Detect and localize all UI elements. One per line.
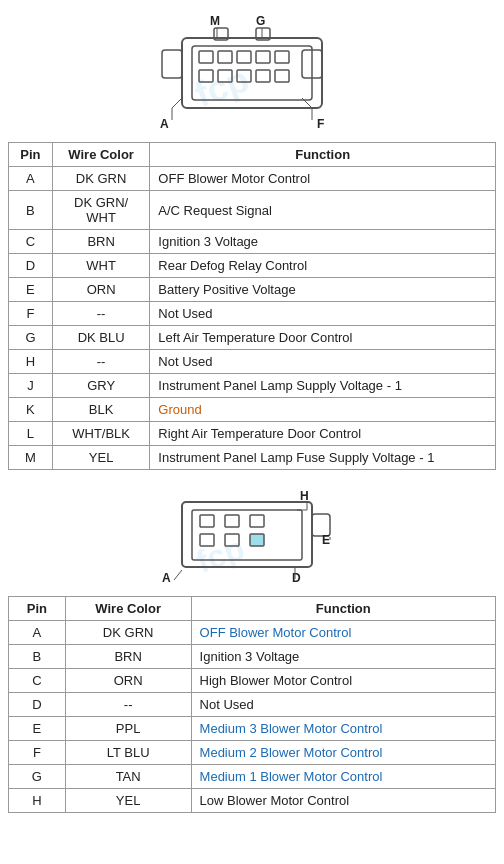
wire-color-cell: --: [52, 350, 149, 374]
table-row: FLT BLUMedium 2 Blower Motor Control: [9, 741, 496, 765]
pin-cell: G: [9, 326, 53, 350]
pin-cell: H: [9, 350, 53, 374]
function-cell: OFF Blower Motor Control: [191, 621, 495, 645]
wire-color-cell: WHT: [52, 254, 149, 278]
pin-cell: L: [9, 422, 53, 446]
pin-cell: M: [9, 446, 53, 470]
svg-line-43: [174, 570, 182, 580]
function-cell: Left Air Temperature Door Control: [150, 326, 496, 350]
svg-text:H: H: [300, 489, 309, 503]
pin-cell: C: [9, 230, 53, 254]
table-row: GDK BLULeft Air Temperature Door Control: [9, 326, 496, 350]
table-row: ADK GRNOFF Blower Motor Control: [9, 621, 496, 645]
function-cell: High Blower Motor Control: [191, 669, 495, 693]
table2: Pin Wire Color Function ADK GRNOFF Blowe…: [8, 596, 496, 813]
function-cell: Right Air Temperature Door Control: [150, 422, 496, 446]
wire-color-cell: BLK: [52, 398, 149, 422]
svg-text:A: A: [162, 571, 171, 585]
connector-diagram-1: .conn-text { font-family: Arial, sans-se…: [0, 0, 504, 142]
svg-text:E: E: [322, 533, 330, 547]
table2-header-pin: Pin: [9, 597, 66, 621]
wire-color-cell: DK BLU: [52, 326, 149, 350]
wire-color-cell: TAN: [65, 765, 191, 789]
table1-section: Pin Wire Color Function ADK GRNOFF Blowe…: [0, 142, 504, 470]
function-cell: Medium 1 Blower Motor Control: [191, 765, 495, 789]
function-cell: Not Used: [191, 693, 495, 717]
table-row: ADK GRNOFF Blower Motor Control: [9, 167, 496, 191]
wire-color-cell: BRN: [52, 230, 149, 254]
svg-text:G: G: [256, 14, 265, 28]
connector-svg-1: .conn-text { font-family: Arial, sans-se…: [142, 8, 362, 138]
wire-color-cell: ORN: [52, 278, 149, 302]
table-row: GTANMedium 1 Blower Motor Control: [9, 765, 496, 789]
pin-cell: H: [9, 789, 66, 813]
table-row: LWHT/BLKRight Air Temperature Door Contr…: [9, 422, 496, 446]
wire-color-cell: YEL: [65, 789, 191, 813]
wire-color-cell: YEL: [52, 446, 149, 470]
function-cell: Ignition 3 Voltage: [191, 645, 495, 669]
svg-rect-30: [200, 515, 214, 527]
svg-rect-3: [199, 51, 213, 63]
function-cell: OFF Blower Motor Control: [150, 167, 496, 191]
wire-color-cell: --: [52, 302, 149, 326]
pin-cell: A: [9, 621, 66, 645]
table1-header-pin: Pin: [9, 143, 53, 167]
connector-diagram-2: .conn-label2 { font-family: Arial, sans-…: [0, 474, 504, 596]
wire-color-cell: DK GRN: [52, 167, 149, 191]
wire-color-cell: GRY: [52, 374, 149, 398]
wire-color-cell: LT BLU: [65, 741, 191, 765]
pin-cell: D: [9, 254, 53, 278]
table2-header-wirecolor: Wire Color: [65, 597, 191, 621]
pin-cell: B: [9, 645, 66, 669]
pin-cell: J: [9, 374, 53, 398]
function-cell: Ignition 3 Voltage: [150, 230, 496, 254]
wire-color-cell: ORN: [65, 669, 191, 693]
svg-text:A: A: [160, 117, 169, 131]
svg-rect-7: [275, 51, 289, 63]
wire-color-cell: DK GRN: [65, 621, 191, 645]
function-cell: Medium 2 Blower Motor Control: [191, 741, 495, 765]
wire-color-cell: --: [65, 693, 191, 717]
table-row: KBLKGround: [9, 398, 496, 422]
function-cell: Medium 3 Blower Motor Control: [191, 717, 495, 741]
wire-color-cell: DK GRN/WHT: [52, 191, 149, 230]
table-row: H--Not Used: [9, 350, 496, 374]
function-cell: Rear Defog Relay Control: [150, 254, 496, 278]
wire-color-cell: WHT/BLK: [52, 422, 149, 446]
function-cell: A/C Request Signal: [150, 191, 496, 230]
svg-text:M: M: [210, 14, 220, 28]
function-cell: Not Used: [150, 350, 496, 374]
svg-rect-35: [250, 534, 264, 546]
function-cell: Ground: [150, 398, 496, 422]
svg-rect-31: [225, 515, 239, 527]
svg-rect-32: [250, 515, 264, 527]
connector-svg-2: .conn-label2 { font-family: Arial, sans-…: [152, 482, 352, 592]
table2-header-function: Function: [191, 597, 495, 621]
pin-cell: D: [9, 693, 66, 717]
svg-text:F: F: [317, 117, 324, 131]
svg-text:D: D: [292, 571, 301, 585]
function-cell: Instrument Panel Lamp Fuse Supply Voltag…: [150, 446, 496, 470]
table1: Pin Wire Color Function ADK GRNOFF Blowe…: [8, 142, 496, 470]
function-cell: Instrument Panel Lamp Supply Voltage - 1: [150, 374, 496, 398]
svg-line-24: [172, 98, 182, 108]
pin-cell: B: [9, 191, 53, 230]
table2-section: Pin Wire Color Function ADK GRNOFF Blowe…: [0, 596, 504, 813]
table-row: HYELLow Blower Motor Control: [9, 789, 496, 813]
wire-color-cell: PPL: [65, 717, 191, 741]
table-row: DWHTRear Defog Relay Control: [9, 254, 496, 278]
table1-header-function: Function: [150, 143, 496, 167]
table-row: EPPLMedium 3 Blower Motor Control: [9, 717, 496, 741]
function-cell: Not Used: [150, 302, 496, 326]
table-row: BDK GRN/WHTA/C Request Signal: [9, 191, 496, 230]
table-row: EORNBattery Positive Voltage: [9, 278, 496, 302]
function-cell: Battery Positive Voltage: [150, 278, 496, 302]
table-row: CBRNIgnition 3 Voltage: [9, 230, 496, 254]
pin-cell: F: [9, 302, 53, 326]
svg-rect-6: [256, 51, 270, 63]
table1-header-wirecolor: Wire Color: [52, 143, 149, 167]
pin-cell: C: [9, 669, 66, 693]
table-row: JGRYInstrument Panel Lamp Supply Voltage…: [9, 374, 496, 398]
svg-rect-12: [275, 70, 289, 82]
wire-color-cell: BRN: [65, 645, 191, 669]
